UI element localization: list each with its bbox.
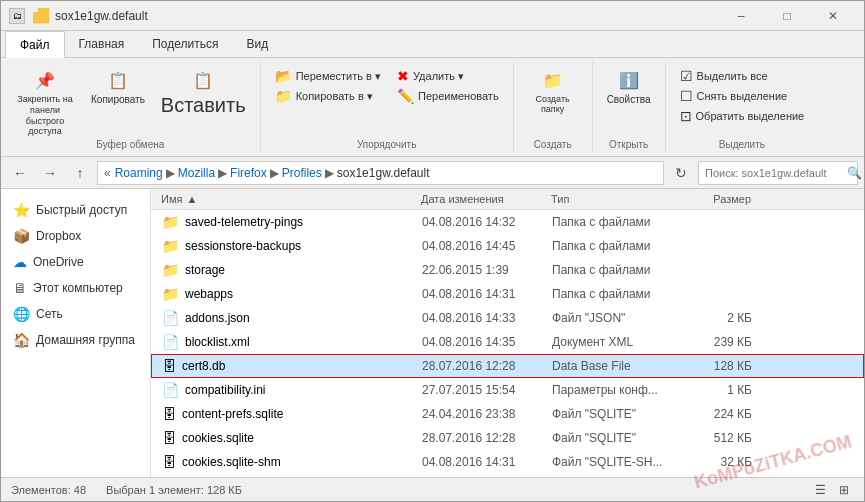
paste-button[interactable]: 📋 Вставить <box>155 66 252 119</box>
new-folder-button[interactable]: 📁 Создать папку <box>522 66 584 116</box>
create-label: Создать <box>534 139 572 152</box>
folder-icon: 📁 <box>162 262 179 278</box>
file-size-cell: 32 КБ <box>682 455 762 469</box>
organize-col2: ✖ Удалить ▾ ✏️ Переименовать <box>391 66 505 106</box>
table-row[interactable]: 🗄 content-prefs.sqlite 24.04.2016 23:38 … <box>151 402 864 426</box>
window-title: sox1e1gw.default <box>55 9 718 23</box>
title-bar-icons: 🗂 <box>9 8 25 24</box>
col-type-header[interactable]: Тип <box>551 193 681 205</box>
tab-file[interactable]: Файл <box>5 31 65 58</box>
move-to-button[interactable]: 📂 Переместить в ▾ <box>269 66 387 86</box>
back-button[interactable]: ← <box>7 161 33 185</box>
selected-info: Выбран 1 элемент: 128 КБ <box>106 484 242 496</box>
copy-to-button[interactable]: 📁 Копировать в ▾ <box>269 86 387 106</box>
file-date-cell: 04.08.2016 14:31 <box>422 287 552 301</box>
sidebar-item-dropbox[interactable]: 📦 Dropbox <box>1 223 150 249</box>
title-bar: 🗂 sox1e1gw.default – □ ✕ <box>1 1 864 31</box>
file-type-cell: Документ XML <box>552 335 682 349</box>
crumb-firefox[interactable]: Firefox <box>230 166 267 180</box>
select-all-button[interactable]: ☑ Выделить все <box>674 66 811 86</box>
ribbon: Файл Главная Поделиться Вид 📌 Закрепить … <box>1 31 864 157</box>
select-buttons: ☑ Выделить все ☐ Снять выделение ⊡ Обрат… <box>674 62 811 139</box>
table-row[interactable]: 📁 storage 22.06.2015 1:39 Папка с файлам… <box>151 258 864 282</box>
search-input[interactable] <box>705 167 843 179</box>
dropbox-icon: 📦 <box>13 228 30 244</box>
organize-col1: 📂 Переместить в ▾ 📁 Копировать в ▾ <box>269 66 387 106</box>
refresh-button[interactable]: ↻ <box>668 161 694 185</box>
crumb-roaming[interactable]: Roaming <box>115 166 163 180</box>
table-row[interactable]: 📄 compatibility.ini 27.07.2015 15:54 Пар… <box>151 378 864 402</box>
select-col: ☑ Выделить все ☐ Снять выделение ⊡ Обрат… <box>674 66 811 126</box>
tab-share[interactable]: Поделиться <box>138 31 232 57</box>
system-icon[interactable]: 🗂 <box>9 8 25 24</box>
file-name-cell: 📄 blocklist.xml <box>162 334 422 350</box>
sep1: ▶ <box>166 166 175 180</box>
table-row[interactable]: 📁 sessionstore-backups 04.08.2016 14:45 … <box>151 234 864 258</box>
sidebar-item-onedrive[interactable]: ☁ OneDrive <box>1 249 150 275</box>
table-row[interactable]: 🗄 cookies.sqlite-shm 04.08.2016 14:31 Фа… <box>151 450 864 474</box>
maximize-button[interactable]: □ <box>764 1 810 31</box>
file-icon: 📄 <box>162 382 179 398</box>
col-name-header[interactable]: Имя ▲ <box>161 193 421 205</box>
pin-button[interactable]: 📌 Закрепить на панели быстрого доступа <box>9 66 81 139</box>
up-button[interactable]: ↑ <box>67 161 93 185</box>
file-date-cell: 04.08.2016 14:45 <box>422 239 552 253</box>
crumb-mozilla[interactable]: Mozilla <box>178 166 215 180</box>
file-icon: 🗄 <box>162 358 176 374</box>
file-list: 📁 saved-telemetry-pings 04.08.2016 14:32… <box>151 210 864 477</box>
ribbon-group-clipboard: 📌 Закрепить на панели быстрого доступа 📋… <box>1 62 261 152</box>
file-type-cell: Папка с файлами <box>552 287 682 301</box>
table-row[interactable]: 📁 webapps 04.08.2016 14:31 Папка с файла… <box>151 282 864 306</box>
organize-buttons: 📂 Переместить в ▾ 📁 Копировать в ▾ ✖ Уда… <box>269 62 505 139</box>
close-button[interactable]: ✕ <box>810 1 856 31</box>
copy-button[interactable]: 📋 Копировать <box>85 66 151 107</box>
table-row[interactable]: 📄 addons.json 04.08.2016 14:33 Файл "JSO… <box>151 306 864 330</box>
search-icon: 🔍 <box>847 166 862 180</box>
sidebar-item-quickaccess[interactable]: ⭐ Быстрый доступ <box>1 197 150 223</box>
file-icon: 🗄 <box>162 454 176 470</box>
sidebar-item-label: OneDrive <box>33 255 84 269</box>
col-date-header[interactable]: Дата изменения <box>421 193 551 205</box>
sidebar-item-homegroup[interactable]: 🏠 Домашняя группа <box>1 327 150 353</box>
file-name-cell: 📄 compatibility.ini <box>162 382 422 398</box>
crumb-profiles[interactable]: Profiles <box>282 166 322 180</box>
deselect-button[interactable]: ☐ Снять выделение <box>674 86 811 106</box>
file-size-cell: 239 КБ <box>682 335 762 349</box>
table-row[interactable]: 📁 saved-telemetry-pings 04.08.2016 14:32… <box>151 210 864 234</box>
file-name-cell: 🗄 cookies.sqlite <box>162 430 422 446</box>
invert-select-button[interactable]: ⊡ Обратить выделение <box>674 106 811 126</box>
clipboard-buttons: 📌 Закрепить на панели быстрого доступа 📋… <box>9 62 252 139</box>
sidebar-item-label: Сеть <box>36 307 63 321</box>
sidebar-item-thispc[interactable]: 🖥 Этот компьютер <box>1 275 150 301</box>
address-bar[interactable]: « Roaming ▶ Mozilla ▶ Firefox ▶ Profiles… <box>97 161 664 185</box>
file-type-cell: Папка с файлами <box>552 239 682 253</box>
network-icon: 🌐 <box>13 306 30 322</box>
window-controls: – □ ✕ <box>718 1 856 31</box>
move-icon: 📂 <box>275 68 292 84</box>
delete-button[interactable]: ✖ Удалить ▾ <box>391 66 505 86</box>
properties-button[interactable]: ℹ️ Свойства <box>601 66 657 107</box>
view-controls: ☰ ⊞ <box>810 481 854 499</box>
rename-button[interactable]: ✏️ Переименовать <box>391 86 505 106</box>
details-view-button[interactable]: ☰ <box>810 481 830 499</box>
tab-home[interactable]: Главная <box>65 31 139 57</box>
file-date-cell: 22.06.2015 1:39 <box>422 263 552 277</box>
file-date-cell: 04.08.2016 14:33 <box>422 311 552 325</box>
file-type-cell: Папка с файлами <box>552 215 682 229</box>
onedrive-icon: ☁ <box>13 254 27 270</box>
table-row[interactable]: 🗄 cert8.db 28.07.2016 12:28 Data Base Fi… <box>151 354 864 378</box>
create-buttons: 📁 Создать папку <box>522 62 584 139</box>
table-row[interactable]: 📄 blocklist.xml 04.08.2016 14:35 Докумен… <box>151 330 864 354</box>
file-name-cell: 📁 saved-telemetry-pings <box>162 214 422 230</box>
title-folder-icon <box>33 8 49 24</box>
table-row[interactable]: 🗄 cookies.sqlite 28.07.2016 12:28 Файл "… <box>151 426 864 450</box>
open-label: Открыть <box>609 139 648 152</box>
file-type-cell: Файл "SQLITE-SH... <box>552 455 682 469</box>
tab-view[interactable]: Вид <box>232 31 282 57</box>
minimize-button[interactable]: – <box>718 1 764 31</box>
sidebar-item-network[interactable]: 🌐 Сеть <box>1 301 150 327</box>
large-icons-view-button[interactable]: ⊞ <box>834 481 854 499</box>
col-size-header[interactable]: Размер <box>681 193 761 205</box>
forward-button[interactable]: → <box>37 161 63 185</box>
properties-icon: ℹ️ <box>617 68 641 92</box>
